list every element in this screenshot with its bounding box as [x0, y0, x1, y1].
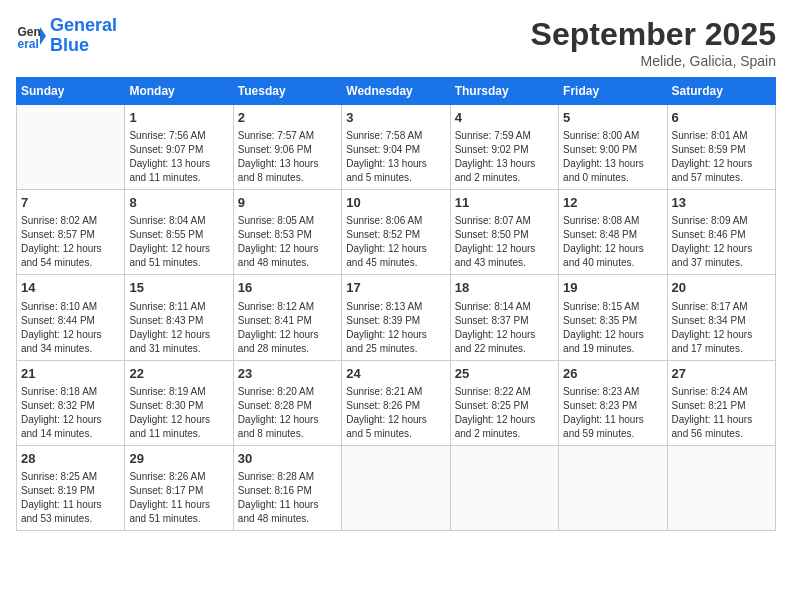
- weekday-header-cell: Thursday: [450, 78, 558, 105]
- calendar-day-cell: 13Sunrise: 8:09 AM Sunset: 8:46 PM Dayli…: [667, 190, 775, 275]
- day-info: Sunrise: 8:02 AM Sunset: 8:57 PM Dayligh…: [21, 214, 120, 270]
- day-info: Sunrise: 8:22 AM Sunset: 8:25 PM Dayligh…: [455, 385, 554, 441]
- day-info: Sunrise: 8:04 AM Sunset: 8:55 PM Dayligh…: [129, 214, 228, 270]
- calendar-day-cell: 22Sunrise: 8:19 AM Sunset: 8:30 PM Dayli…: [125, 360, 233, 445]
- day-info: Sunrise: 8:08 AM Sunset: 8:48 PM Dayligh…: [563, 214, 662, 270]
- calendar-day-cell: 18Sunrise: 8:14 AM Sunset: 8:37 PM Dayli…: [450, 275, 558, 360]
- day-info: Sunrise: 8:15 AM Sunset: 8:35 PM Dayligh…: [563, 300, 662, 356]
- calendar-day-cell: 28Sunrise: 8:25 AM Sunset: 8:19 PM Dayli…: [17, 445, 125, 530]
- day-info: Sunrise: 8:05 AM Sunset: 8:53 PM Dayligh…: [238, 214, 337, 270]
- day-info: Sunrise: 8:12 AM Sunset: 8:41 PM Dayligh…: [238, 300, 337, 356]
- day-info: Sunrise: 8:10 AM Sunset: 8:44 PM Dayligh…: [21, 300, 120, 356]
- calendar-week-row: 28Sunrise: 8:25 AM Sunset: 8:19 PM Dayli…: [17, 445, 776, 530]
- day-number: 17: [346, 279, 445, 297]
- calendar-day-cell: [450, 445, 558, 530]
- location-subtitle: Melide, Galicia, Spain: [531, 53, 776, 69]
- day-info: Sunrise: 8:07 AM Sunset: 8:50 PM Dayligh…: [455, 214, 554, 270]
- day-info: Sunrise: 8:01 AM Sunset: 8:59 PM Dayligh…: [672, 129, 771, 185]
- calendar-week-row: 21Sunrise: 8:18 AM Sunset: 8:32 PM Dayli…: [17, 360, 776, 445]
- day-number: 24: [346, 365, 445, 383]
- day-number: 28: [21, 450, 120, 468]
- day-info: Sunrise: 8:14 AM Sunset: 8:37 PM Dayligh…: [455, 300, 554, 356]
- day-number: 6: [672, 109, 771, 127]
- calendar-table: SundayMondayTuesdayWednesdayThursdayFrid…: [16, 77, 776, 531]
- weekday-header-cell: Saturday: [667, 78, 775, 105]
- calendar-day-cell: 25Sunrise: 8:22 AM Sunset: 8:25 PM Dayli…: [450, 360, 558, 445]
- calendar-day-cell: [17, 105, 125, 190]
- day-number: 14: [21, 279, 120, 297]
- day-info: Sunrise: 8:09 AM Sunset: 8:46 PM Dayligh…: [672, 214, 771, 270]
- day-number: 10: [346, 194, 445, 212]
- day-info: Sunrise: 8:21 AM Sunset: 8:26 PM Dayligh…: [346, 385, 445, 441]
- page-header: Gen eral GeneralBlue September 2025 Meli…: [16, 16, 776, 69]
- day-number: 26: [563, 365, 662, 383]
- day-info: Sunrise: 8:06 AM Sunset: 8:52 PM Dayligh…: [346, 214, 445, 270]
- calendar-day-cell: 3Sunrise: 7:58 AM Sunset: 9:04 PM Daylig…: [342, 105, 450, 190]
- calendar-day-cell: 23Sunrise: 8:20 AM Sunset: 8:28 PM Dayli…: [233, 360, 341, 445]
- calendar-day-cell: [559, 445, 667, 530]
- day-info: Sunrise: 8:28 AM Sunset: 8:16 PM Dayligh…: [238, 470, 337, 526]
- day-info: Sunrise: 8:19 AM Sunset: 8:30 PM Dayligh…: [129, 385, 228, 441]
- day-number: 25: [455, 365, 554, 383]
- day-info: Sunrise: 8:11 AM Sunset: 8:43 PM Dayligh…: [129, 300, 228, 356]
- month-title: September 2025: [531, 16, 776, 53]
- day-info: Sunrise: 8:20 AM Sunset: 8:28 PM Dayligh…: [238, 385, 337, 441]
- day-info: Sunrise: 7:57 AM Sunset: 9:06 PM Dayligh…: [238, 129, 337, 185]
- day-info: Sunrise: 8:23 AM Sunset: 8:23 PM Dayligh…: [563, 385, 662, 441]
- calendar-day-cell: 9Sunrise: 8:05 AM Sunset: 8:53 PM Daylig…: [233, 190, 341, 275]
- day-number: 11: [455, 194, 554, 212]
- weekday-header-row: SundayMondayTuesdayWednesdayThursdayFrid…: [17, 78, 776, 105]
- calendar-day-cell: 11Sunrise: 8:07 AM Sunset: 8:50 PM Dayli…: [450, 190, 558, 275]
- calendar-day-cell: 8Sunrise: 8:04 AM Sunset: 8:55 PM Daylig…: [125, 190, 233, 275]
- calendar-day-cell: 7Sunrise: 8:02 AM Sunset: 8:57 PM Daylig…: [17, 190, 125, 275]
- day-number: 5: [563, 109, 662, 127]
- day-number: 23: [238, 365, 337, 383]
- day-number: 22: [129, 365, 228, 383]
- calendar-day-cell: 24Sunrise: 8:21 AM Sunset: 8:26 PM Dayli…: [342, 360, 450, 445]
- day-number: 2: [238, 109, 337, 127]
- calendar-day-cell: 1Sunrise: 7:56 AM Sunset: 9:07 PM Daylig…: [125, 105, 233, 190]
- day-info: Sunrise: 8:17 AM Sunset: 8:34 PM Dayligh…: [672, 300, 771, 356]
- logo-text: GeneralBlue: [50, 16, 117, 56]
- svg-marker-2: [40, 27, 46, 45]
- calendar-day-cell: 15Sunrise: 8:11 AM Sunset: 8:43 PM Dayli…: [125, 275, 233, 360]
- day-number: 15: [129, 279, 228, 297]
- day-info: Sunrise: 7:58 AM Sunset: 9:04 PM Dayligh…: [346, 129, 445, 185]
- day-info: Sunrise: 8:24 AM Sunset: 8:21 PM Dayligh…: [672, 385, 771, 441]
- day-number: 3: [346, 109, 445, 127]
- day-number: 8: [129, 194, 228, 212]
- calendar-day-cell: 27Sunrise: 8:24 AM Sunset: 8:21 PM Dayli…: [667, 360, 775, 445]
- calendar-week-row: 7Sunrise: 8:02 AM Sunset: 8:57 PM Daylig…: [17, 190, 776, 275]
- day-info: Sunrise: 8:13 AM Sunset: 8:39 PM Dayligh…: [346, 300, 445, 356]
- calendar-day-cell: 2Sunrise: 7:57 AM Sunset: 9:06 PM Daylig…: [233, 105, 341, 190]
- calendar-day-cell: [667, 445, 775, 530]
- day-number: 7: [21, 194, 120, 212]
- logo: Gen eral GeneralBlue: [16, 16, 117, 56]
- day-number: 18: [455, 279, 554, 297]
- day-number: 20: [672, 279, 771, 297]
- day-number: 19: [563, 279, 662, 297]
- weekday-header-cell: Tuesday: [233, 78, 341, 105]
- calendar-day-cell: [342, 445, 450, 530]
- calendar-day-cell: 17Sunrise: 8:13 AM Sunset: 8:39 PM Dayli…: [342, 275, 450, 360]
- day-number: 1: [129, 109, 228, 127]
- title-area: September 2025 Melide, Galicia, Spain: [531, 16, 776, 69]
- weekday-header-cell: Monday: [125, 78, 233, 105]
- calendar-day-cell: 4Sunrise: 7:59 AM Sunset: 9:02 PM Daylig…: [450, 105, 558, 190]
- calendar-day-cell: 20Sunrise: 8:17 AM Sunset: 8:34 PM Dayli…: [667, 275, 775, 360]
- calendar-day-cell: 16Sunrise: 8:12 AM Sunset: 8:41 PM Dayli…: [233, 275, 341, 360]
- day-number: 12: [563, 194, 662, 212]
- calendar-week-row: 1Sunrise: 7:56 AM Sunset: 9:07 PM Daylig…: [17, 105, 776, 190]
- day-info: Sunrise: 8:18 AM Sunset: 8:32 PM Dayligh…: [21, 385, 120, 441]
- calendar-day-cell: 14Sunrise: 8:10 AM Sunset: 8:44 PM Dayli…: [17, 275, 125, 360]
- calendar-day-cell: 21Sunrise: 8:18 AM Sunset: 8:32 PM Dayli…: [17, 360, 125, 445]
- calendar-day-cell: 6Sunrise: 8:01 AM Sunset: 8:59 PM Daylig…: [667, 105, 775, 190]
- calendar-day-cell: 30Sunrise: 8:28 AM Sunset: 8:16 PM Dayli…: [233, 445, 341, 530]
- day-info: Sunrise: 8:00 AM Sunset: 9:00 PM Dayligh…: [563, 129, 662, 185]
- calendar-day-cell: 5Sunrise: 8:00 AM Sunset: 9:00 PM Daylig…: [559, 105, 667, 190]
- calendar-day-cell: 10Sunrise: 8:06 AM Sunset: 8:52 PM Dayli…: [342, 190, 450, 275]
- calendar-body: 1Sunrise: 7:56 AM Sunset: 9:07 PM Daylig…: [17, 105, 776, 531]
- day-info: Sunrise: 7:56 AM Sunset: 9:07 PM Dayligh…: [129, 129, 228, 185]
- day-number: 30: [238, 450, 337, 468]
- day-number: 21: [21, 365, 120, 383]
